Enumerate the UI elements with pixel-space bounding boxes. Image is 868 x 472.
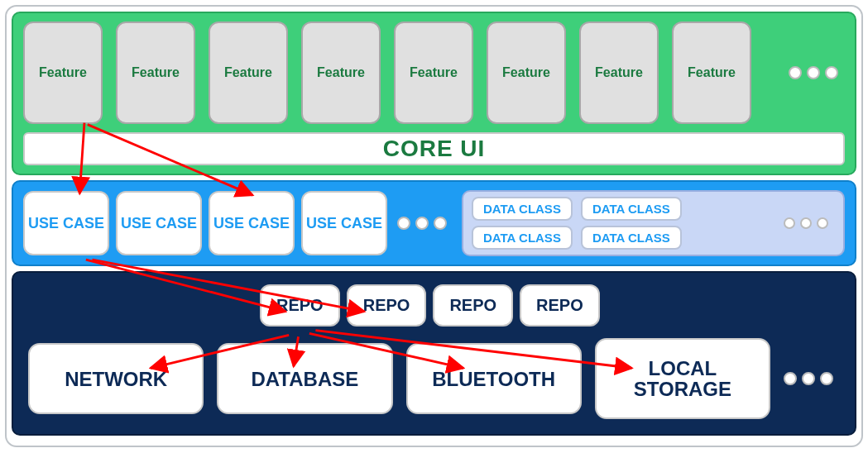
dataclass-panel: DATA CLASS DATA CLASS DATA CLASS DATA CL…	[462, 190, 845, 256]
feature-label: Feature	[502, 65, 550, 80]
repo-box: REPO	[347, 284, 427, 327]
core-ui-bar: CORE UI	[23, 132, 845, 165]
feature-box: Feature	[116, 21, 195, 124]
source-label: LOCAL STORAGE	[602, 358, 764, 399]
feature-label: Feature	[688, 65, 736, 80]
feature-box: Feature	[487, 21, 566, 124]
repo-row: REPO REPO REPO REPO	[260, 284, 840, 327]
repo-label: REPO	[449, 296, 496, 314]
ellipsis-icon	[784, 372, 833, 385]
dataclass-grid: DATA CLASS DATA CLASS DATA CLASS DATA CL…	[472, 197, 682, 250]
usecase-box: USE CASE	[23, 191, 109, 255]
feature-row: Feature Feature Feature Feature Feature …	[23, 21, 845, 124]
dataclass-box: DATA CLASS	[472, 226, 573, 250]
feature-box: Feature	[394, 21, 473, 124]
usecase-box: USE CASE	[209, 191, 295, 255]
usecase-box: USE CASE	[301, 191, 387, 255]
feature-label: Feature	[132, 65, 180, 80]
feature-label: Feature	[224, 65, 272, 80]
features-layer: Feature Feature Feature Feature Feature …	[12, 12, 856, 175]
dataclass-label: DATA CLASS	[483, 231, 561, 245]
usecase-label: USE CASE	[306, 215, 382, 232]
repo-label: REPO	[276, 296, 324, 314]
dataclass-box: DATA CLASS	[581, 197, 682, 221]
dataclass-label: DATA CLASS	[483, 202, 561, 216]
feature-box: Feature	[672, 21, 751, 124]
dataclass-label: DATA CLASS	[592, 202, 670, 216]
usecase-box: USE CASE	[116, 191, 202, 255]
ellipsis-icon	[789, 66, 838, 79]
feature-box: Feature	[301, 21, 381, 124]
ellipsis-icon	[397, 217, 447, 230]
feature-box: Feature	[579, 21, 659, 124]
repo-box: REPO	[433, 284, 513, 327]
repo-box: REPO	[260, 284, 340, 327]
usecase-layer: USE CASE USE CASE USE CASE USE CASE DATA…	[12, 180, 856, 266]
source-label: NETWORK	[65, 369, 167, 389]
feature-label: Feature	[410, 65, 458, 80]
repo-label: REPO	[363, 296, 410, 314]
dataclass-box: DATA CLASS	[472, 197, 573, 221]
usecase-label: USE CASE	[121, 215, 197, 232]
feature-label: Feature	[317, 65, 365, 80]
core-ui-label: CORE UI	[383, 136, 486, 161]
source-label: BLUETOOTH	[432, 369, 555, 389]
feature-box: Feature	[209, 21, 288, 124]
source-label: DATABASE	[251, 369, 358, 389]
usecase-label: USE CASE	[28, 215, 104, 232]
usecase-row: USE CASE USE CASE USE CASE USE CASE	[23, 190, 453, 256]
source-database: DATABASE	[217, 343, 392, 414]
feature-box: Feature	[23, 21, 103, 124]
feature-label: Feature	[39, 65, 87, 80]
source-bluetooth: BLUETOOTH	[406, 343, 582, 414]
feature-label: Feature	[595, 65, 643, 80]
architecture-diagram: Feature Feature Feature Feature Feature …	[5, 5, 863, 447]
dataclass-label: DATA CLASS	[592, 231, 670, 245]
repo-box: REPO	[520, 284, 600, 327]
dataclass-box: DATA CLASS	[581, 226, 682, 250]
source-row: NETWORK DATABASE BLUETOOTH LOCAL STORAGE	[28, 338, 840, 419]
source-network: NETWORK	[28, 343, 204, 414]
ellipsis-icon	[784, 217, 828, 229]
data-layer: REPO REPO REPO REPO NETWORK DATABASE BLU…	[12, 271, 856, 436]
source-local-storage: LOCAL STORAGE	[595, 338, 770, 419]
usecase-label: USE CASE	[213, 215, 290, 232]
repo-label: REPO	[536, 296, 583, 314]
